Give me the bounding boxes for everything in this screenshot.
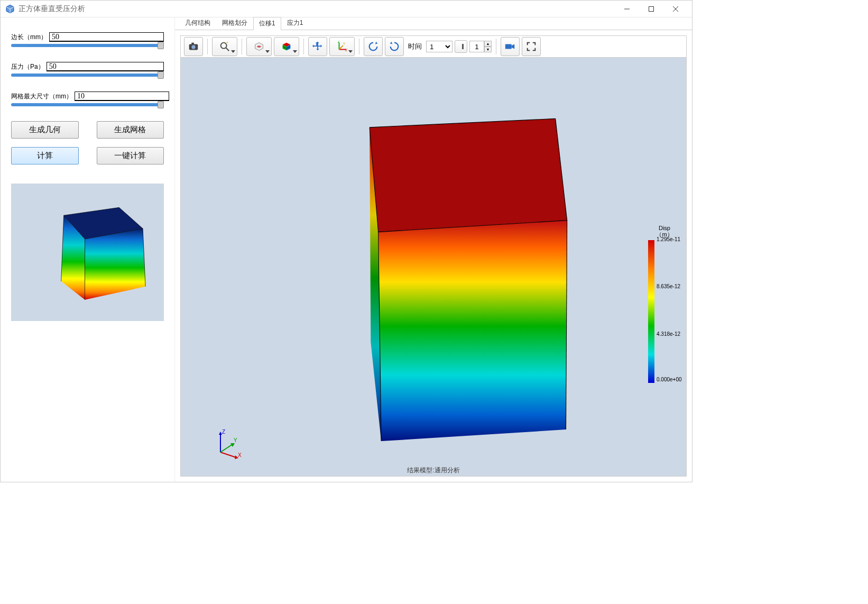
time-end-button[interactable] — [455, 40, 467, 53]
time-label: 时间 — [408, 42, 422, 51]
svg-marker-6 — [85, 228, 146, 300]
preview-viewport[interactable] — [11, 184, 164, 321]
compute-button[interactable]: 计算 — [11, 147, 79, 164]
app-icon — [5, 4, 15, 14]
frame-up[interactable]: ▲ — [484, 41, 492, 47]
rotate-cw-icon[interactable] — [385, 37, 404, 56]
svg-rect-29 — [505, 44, 512, 49]
pressure-slider[interactable] — [11, 74, 164, 77]
mesh-slider[interactable] — [11, 103, 164, 106]
viewer-toolbar: Z X Y 时间 1 — [180, 35, 687, 58]
mesh-label: 网格最大尺寸（mm） — [11, 92, 72, 101]
frame-down[interactable]: ▼ — [484, 47, 492, 52]
tab-geometry[interactable]: 几何结构 — [179, 16, 216, 30]
zoom-icon[interactable] — [212, 37, 237, 56]
pressure-input[interactable] — [47, 62, 164, 71]
svg-line-42 — [220, 452, 236, 457]
svg-line-26 — [339, 45, 343, 49]
param-pressure: 压力（Pa） — [11, 62, 164, 77]
legend-bar — [648, 240, 654, 383]
axes-icon[interactable]: Z X Y — [329, 37, 355, 56]
tab-stress[interactable]: 应力1 — [281, 16, 309, 30]
svg-line-45 — [220, 444, 233, 452]
sidebar: 边长（mm） 压力（Pa） 网格最大尺寸（mm） — [1, 17, 175, 482]
svg-text:X: X — [238, 452, 242, 458]
svg-text:Z: Z — [338, 41, 340, 43]
svg-line-18 — [226, 48, 229, 51]
tab-displacement[interactable]: 位移1 — [253, 17, 281, 30]
svg-rect-28 — [462, 44, 464, 49]
minimize-button[interactable] — [615, 1, 639, 17]
result-model-label: 结果模型:通用分析 — [407, 466, 459, 475]
svg-text:Z: Z — [222, 429, 225, 435]
fullscreen-icon[interactable] — [522, 37, 541, 56]
pressure-label: 压力（Pa） — [11, 62, 44, 71]
cube-color-icon[interactable] — [274, 37, 299, 56]
edge-label: 边长（mm） — [11, 33, 47, 42]
svg-rect-1 — [649, 6, 654, 11]
param-edge: 边长（mm） — [11, 32, 164, 47]
video-icon[interactable] — [501, 37, 520, 56]
svg-rect-16 — [191, 43, 194, 45]
edge-input[interactable] — [49, 32, 164, 42]
param-mesh: 网格最大尺寸（mm） — [11, 91, 164, 106]
tab-strip: 几何结构 网格划分 位移1 应力1 — [175, 17, 692, 30]
legend-tick-1: 4.318e-12 — [657, 331, 680, 337]
generate-mesh-button[interactable]: 生成网格 — [97, 121, 164, 139]
svg-text:X: X — [345, 48, 348, 52]
window-title: 正方体垂直受压分析 — [19, 4, 615, 14]
close-button[interactable] — [663, 1, 688, 17]
svg-marker-30 — [370, 118, 567, 232]
one-click-compute-button[interactable]: 一键计算 — [97, 147, 164, 164]
svg-point-19 — [257, 45, 261, 48]
titlebar: 正方体垂直受压分析 — [1, 1, 692, 17]
time-select[interactable]: 1 — [426, 41, 453, 52]
camera-icon[interactable] — [184, 37, 203, 56]
viewer-wrap: Z X Y 时间 1 — [175, 30, 692, 482]
svg-point-17 — [221, 43, 227, 49]
axis-triad: Z X Y — [213, 428, 244, 460]
svg-text:Y: Y — [343, 42, 346, 45]
move-icon[interactable] — [308, 37, 327, 56]
frame-input[interactable] — [469, 41, 484, 52]
color-legend: Disp（m） 1.295e-11 8.635e-12 4.318e-12 0.… — [646, 225, 683, 394]
mesh-input[interactable] — [75, 91, 169, 101]
svg-point-15 — [191, 45, 195, 49]
maximize-button[interactable] — [639, 1, 663, 17]
legend-tick-min: 0.000e+00 — [657, 377, 682, 382]
edge-slider[interactable] — [11, 44, 164, 47]
svg-marker-31 — [378, 221, 567, 441]
legend-tick-max: 1.295e-11 — [657, 236, 680, 242]
app-window: 正方体垂直受压分析 边长（mm） 压力（Pa） — [0, 0, 692, 482]
svg-text:Y: Y — [234, 437, 237, 443]
button-grid: 生成几何 生成网格 计算 一键计算 — [11, 121, 164, 164]
generate-geometry-button[interactable]: 生成几何 — [11, 121, 79, 139]
frame-spinner[interactable]: ▲▼ — [469, 41, 492, 52]
legend-tick-2: 8.635e-12 — [657, 283, 680, 289]
main-area: 几何结构 网格划分 位移1 应力1 — [175, 17, 692, 482]
content: 边长（mm） 压力（Pa） 网格最大尺寸（mm） — [1, 17, 692, 482]
rotate-ccw-icon[interactable] — [364, 37, 383, 56]
3d-viewport[interactable]: Disp（m） 1.295e-11 8.635e-12 4.318e-12 0.… — [180, 58, 687, 477]
wireframe-icon[interactable] — [246, 37, 272, 56]
tab-mesh[interactable]: 网格划分 — [216, 16, 253, 30]
legend-title: Disp（m） — [646, 225, 683, 237]
